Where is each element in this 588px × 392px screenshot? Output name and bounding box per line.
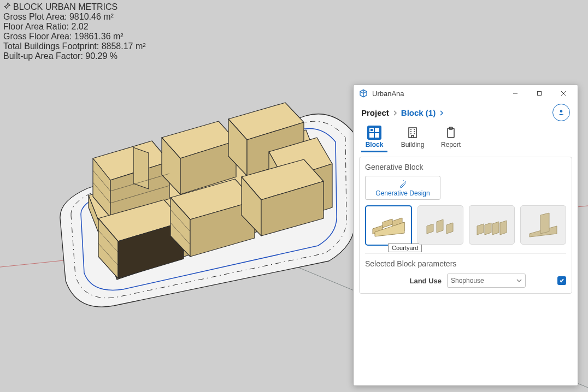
svg-marker-47 xyxy=(437,219,443,233)
preset-row[interactable] xyxy=(469,205,515,245)
preset-courtyard[interactable]: Courtyard xyxy=(365,205,412,246)
building-icon xyxy=(405,126,420,140)
section-title: Generative Block xyxy=(365,163,566,171)
svg-marker-42 xyxy=(383,219,392,228)
svg-marker-22 xyxy=(170,198,190,257)
breadcrumb: Project Block (1) xyxy=(354,102,578,123)
urbanana-panel[interactable]: UrbanAna Project Block (1) Block Buildin… xyxy=(353,85,578,386)
svg-marker-5 xyxy=(93,141,169,180)
metric-value: 8858.17 m² xyxy=(102,41,146,51)
svg-marker-19 xyxy=(98,218,118,278)
svg-marker-46 xyxy=(427,224,433,234)
svg-line-28 xyxy=(93,182,110,203)
svg-line-31 xyxy=(98,230,118,252)
breadcrumb-current[interactable]: Block (1) xyxy=(401,108,436,117)
magic-wand-icon xyxy=(398,180,407,188)
chevron-down-icon xyxy=(516,278,522,283)
svg-marker-51 xyxy=(492,222,499,235)
metric-value: 9810.46 m² xyxy=(69,12,114,21)
svg-marker-25 xyxy=(242,177,261,236)
tabs: Block Building Report xyxy=(354,123,578,152)
window-close-button[interactable] xyxy=(551,85,575,102)
svg-marker-49 xyxy=(477,224,484,235)
generative-design-button[interactable]: Generative Design xyxy=(365,176,440,200)
chevron-right-icon xyxy=(392,108,398,117)
svg-line-30 xyxy=(110,186,169,203)
button-label: Generative Design xyxy=(375,189,430,197)
svg-line-33 xyxy=(170,210,190,231)
tab-report[interactable]: Report xyxy=(438,126,464,152)
svg-line-27 xyxy=(93,170,110,191)
select-value: Shophouse xyxy=(451,277,484,284)
svg-marker-48 xyxy=(446,223,453,234)
svg-marker-52 xyxy=(500,221,507,235)
app-title: UrbanAna xyxy=(372,90,404,98)
metrics-title: BLOCK URBAN METRICS xyxy=(13,2,117,12)
chevron-right-icon xyxy=(439,108,444,117)
svg-line-34 xyxy=(170,223,190,245)
svg-marker-2 xyxy=(89,130,331,268)
breadcrumb-root[interactable]: Project xyxy=(361,108,389,117)
metric-value: 90.29 % xyxy=(85,51,117,61)
metric-label: Total Buildings Footprint xyxy=(3,41,97,51)
svg-marker-14 xyxy=(247,122,304,176)
svg-marker-13 xyxy=(228,119,247,176)
svg-line-32 xyxy=(98,243,118,265)
titlebar[interactable]: UrbanAna xyxy=(354,85,578,102)
clipboard-icon xyxy=(444,126,458,140)
preset-tower[interactable] xyxy=(520,205,566,245)
svg-marker-10 xyxy=(162,138,180,194)
svg-marker-3 xyxy=(89,195,117,280)
svg-marker-16 xyxy=(269,152,284,223)
land-use-select[interactable]: Shophouse xyxy=(447,274,526,288)
preset-scattered[interactable] xyxy=(418,205,463,245)
svg-rect-38 xyxy=(409,128,416,138)
svg-marker-8 xyxy=(133,147,149,189)
svg-marker-6 xyxy=(93,158,110,217)
svg-marker-23 xyxy=(190,201,255,257)
svg-marker-26 xyxy=(261,181,324,236)
tab-block[interactable]: Block xyxy=(361,126,387,152)
svg-marker-18 xyxy=(98,200,184,241)
svg-marker-24 xyxy=(242,159,324,200)
block-parameters-section: Selected Block parameters Land Use Shoph… xyxy=(365,253,566,288)
svg-marker-12 xyxy=(228,103,304,140)
user-avatar[interactable] xyxy=(552,104,570,121)
tab-building[interactable]: Building xyxy=(399,126,426,152)
preset-gallery: Courtyard xyxy=(365,205,566,246)
svg-marker-21 xyxy=(170,179,255,219)
svg-marker-54 xyxy=(540,213,549,234)
svg-point-37 xyxy=(560,110,563,112)
generative-section: Generative Block Generative Design Court… xyxy=(359,157,572,294)
tab-label: Building xyxy=(401,141,425,149)
land-use-label: Land Use xyxy=(365,277,442,285)
svg-rect-36 xyxy=(538,92,542,96)
svg-marker-15 xyxy=(269,138,332,179)
svg-marker-9 xyxy=(162,121,236,158)
svg-marker-50 xyxy=(485,223,491,235)
metric-label: Floor Area Ratio xyxy=(3,22,67,31)
metric-value: 19861.36 m² xyxy=(74,32,124,41)
metric-value: 2.02 xyxy=(72,22,89,31)
section-title: Selected Block parameters xyxy=(365,259,566,268)
metric-label: Gross Floor Area xyxy=(3,32,69,41)
land-use-checkbox[interactable] xyxy=(557,276,566,285)
metric-label: Built-up Area Factor xyxy=(3,51,80,61)
preset-tooltip: Courtyard xyxy=(388,243,422,252)
svg-marker-11 xyxy=(180,141,236,194)
metrics-overlay: BLOCK URBAN METRICS Gross Plot Area: 981… xyxy=(3,2,146,61)
svg-marker-20 xyxy=(118,222,184,278)
app-icon xyxy=(359,89,368,98)
window-maximize-button[interactable] xyxy=(527,85,551,102)
block-icon xyxy=(367,126,381,140)
svg-marker-7 xyxy=(110,162,169,217)
pin-icon xyxy=(3,2,11,12)
svg-marker-17 xyxy=(284,164,332,223)
tab-label: Report xyxy=(441,141,461,149)
svg-marker-4 xyxy=(117,194,331,280)
metric-label: Gross Plot Area xyxy=(3,12,64,21)
tab-label: Block xyxy=(366,141,384,149)
window-minimize-button[interactable] xyxy=(503,85,527,102)
svg-line-29 xyxy=(110,174,169,191)
